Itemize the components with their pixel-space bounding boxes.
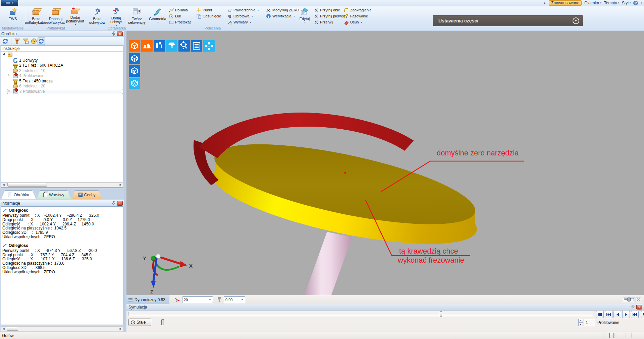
skip-start-button[interactable] <box>605 311 612 318</box>
index-position-select[interactable]: 20 ▼ <box>182 296 213 303</box>
status-mode-toggle[interactable] <box>614 333 620 338</box>
scroll-left-icon[interactable]: ◀ <box>1 183 6 186</box>
baza-polfabrykatow-button[interactable]: ★ Baza półfabrykatów <box>27 7 46 25</box>
ribbon-tab[interactable] <box>51 0 62 6</box>
tab-warstwy[interactable]: Warstwy <box>37 190 71 199</box>
tree-item[interactable]: 6 Indeksuj : 20 <box>1 84 123 89</box>
scroll-thumb[interactable] <box>7 327 18 331</box>
regenerate-icon[interactable] <box>2 38 9 45</box>
view-mode-chip[interactable]: Dynamiczny 0.93 <box>126 295 169 304</box>
chevron-down-icon[interactable]: ▾ <box>641 2 642 4</box>
dopasuj-polfabrykat-button[interactable]: ↔ Dopasuj półfabrykat <box>46 7 65 25</box>
skip-end-button[interactable] <box>631 311 639 318</box>
wireframe-view-button[interactable] <box>129 53 140 64</box>
auto-regenerate-icon[interactable] <box>38 38 45 45</box>
odsuniecie-button[interactable]: Odsunięcie <box>195 13 222 19</box>
spin-up-icon[interactable]: ▲ <box>578 319 583 323</box>
funnel-star-icon[interactable]: ★ <box>13 38 21 45</box>
obrotowa-button[interactable]: Obrotowa <box>226 13 260 19</box>
grid-points-button[interactable] <box>203 40 215 52</box>
ribbon-tab[interactable] <box>40 0 51 6</box>
stop-button[interactable] <box>596 311 604 318</box>
zaokraglenie-button[interactable]: Zaokrąglenie <box>343 7 373 13</box>
scroll-right-icon[interactable]: ▶ <box>118 327 123 330</box>
status-mode-toggle[interactable] <box>637 333 643 338</box>
tree-expander-icon[interactable] <box>8 89 10 92</box>
usun-button[interactable]: Usuń <box>343 19 373 25</box>
luk-button[interactable]: Łuk <box>168 13 192 19</box>
speed-slider-track[interactable] <box>146 322 578 323</box>
ribbon-tab[interactable] <box>19 0 30 6</box>
machine-view-button[interactable] <box>154 40 165 52</box>
tree-item[interactable] <box>1 52 123 58</box>
stock-display-button[interactable] <box>129 40 140 52</box>
tree-item[interactable]: 7 Profilowanie <box>7 89 123 94</box>
simulation-position-handle[interactable] <box>440 311 442 317</box>
status-mode-toggle[interactable] <box>631 333 637 338</box>
tree-horizontal-scrollbar[interactable]: ◀ ▶ <box>1 182 123 187</box>
panel-splitter[interactable] <box>124 31 126 332</box>
wymiary-button[interactable]: Wymiary <box>226 19 260 25</box>
collapse-ribbon-icon[interactable]: ▲ <box>543 1 546 5</box>
expand-chevron-icon[interactable]: ▼ <box>573 17 579 24</box>
edytuj-button[interactable]: Edytuj <box>298 7 311 25</box>
powierzchnie-button[interactable]: Powierzchnie <box>226 7 260 13</box>
tree-expander-icon[interactable] <box>2 52 5 56</box>
themes-menu[interactable]: Tematy▾ <box>604 1 619 5</box>
info-horizontal-scrollbar[interactable]: ◀ ▶ <box>1 326 123 331</box>
dodaj-polfabrykat-button[interactable]: ➜ Dodaj półfabrykat <box>66 7 85 25</box>
pin-icon[interactable] <box>112 201 116 206</box>
close-icon[interactable]: x <box>117 31 123 36</box>
dodaj-uchwyt-button[interactable]: Dodaj uchwyt <box>107 7 125 25</box>
status-mode-toggle[interactable] <box>620 333 626 338</box>
style-menu[interactable]: Styl▾ <box>622 1 631 5</box>
tworz-sekwencje-button[interactable]: Twórz sekwencję <box>127 7 146 25</box>
close-icon[interactable]: x <box>636 305 642 310</box>
funnel-box-icon[interactable] <box>22 38 30 45</box>
tree-expander-icon[interactable] <box>8 74 10 77</box>
tab-cechy[interactable]: Cechy <box>72 190 102 199</box>
help-icon[interactable]: ? <box>633 1 638 5</box>
scroll-right-icon[interactable]: ▶ <box>118 183 123 186</box>
graphics-viewport[interactable]: domyślne zero narzędzia tą krawędzią chc… <box>126 31 644 295</box>
part-settings-bar[interactable]: Ustawienia części ▼ <box>433 15 583 26</box>
pin-icon[interactable] <box>112 31 116 36</box>
play-button[interactable] <box>622 311 630 318</box>
list-view-button[interactable] <box>191 40 202 52</box>
scroll-left-icon[interactable]: ◀ <box>1 327 6 330</box>
offset-value-select[interactable]: 0.00 ▼ <box>224 296 245 303</box>
tree-item[interactable]: 5 Frez : 450 tarcza <box>1 78 123 84</box>
step-back-button[interactable] <box>613 311 621 318</box>
ribbon-tab[interactable] <box>30 0 40 6</box>
tree-item[interactable]: 2 T1 Frez : 600 TARCZA <box>1 63 123 68</box>
pin-icon[interactable] <box>631 305 635 310</box>
scroll-thumb[interactable] <box>7 183 47 187</box>
baza-uchwytow-button[interactable]: Baza uchwytów <box>88 7 107 25</box>
windows-menu[interactable]: Okienka▾ <box>584 1 601 5</box>
polilinia-button[interactable]: Polilinia <box>168 7 192 13</box>
tab-obrobka[interactable]: Obróbka <box>1 190 36 199</box>
step-count-field[interactable]: 1 <box>584 319 595 326</box>
tree-item[interactable]: 4 Profilowanie <box>1 73 123 79</box>
section-view-button[interactable] <box>129 78 140 89</box>
tree-item[interactable]: 1 Uchwyty <box>1 58 123 63</box>
split-horizontal-button[interactable] <box>623 297 629 302</box>
fazowanie-button[interactable]: Fazowanie <box>343 13 373 19</box>
status-mode-toggle[interactable] <box>603 333 609 338</box>
tool-holder-button[interactable] <box>166 40 177 52</box>
close-icon[interactable]: x <box>117 201 123 206</box>
simulation-progress-track[interactable] <box>128 312 593 316</box>
split-vertical-button[interactable] <box>629 297 635 302</box>
geometria-button[interactable]: Geometria <box>149 7 166 25</box>
tree-item[interactable]: 3 Indeksuj : 10 <box>1 68 123 73</box>
advanced-toggle[interactable]: Zaawansowane <box>549 0 582 6</box>
speed-slider-handle[interactable] <box>161 319 164 325</box>
machine-table-button[interactable] <box>141 40 153 52</box>
prostokat-button[interactable]: Prostokąt <box>168 19 192 25</box>
close-view-button[interactable] <box>636 297 641 302</box>
ews-button[interactable]: EWS <box>3 7 22 25</box>
spin-down-icon[interactable]: ▼ <box>578 323 583 327</box>
status-mode-toggle[interactable] <box>626 333 631 338</box>
punkt-button[interactable]: Punkt <box>195 7 222 13</box>
shaded-hole-view-button[interactable] <box>129 65 140 77</box>
